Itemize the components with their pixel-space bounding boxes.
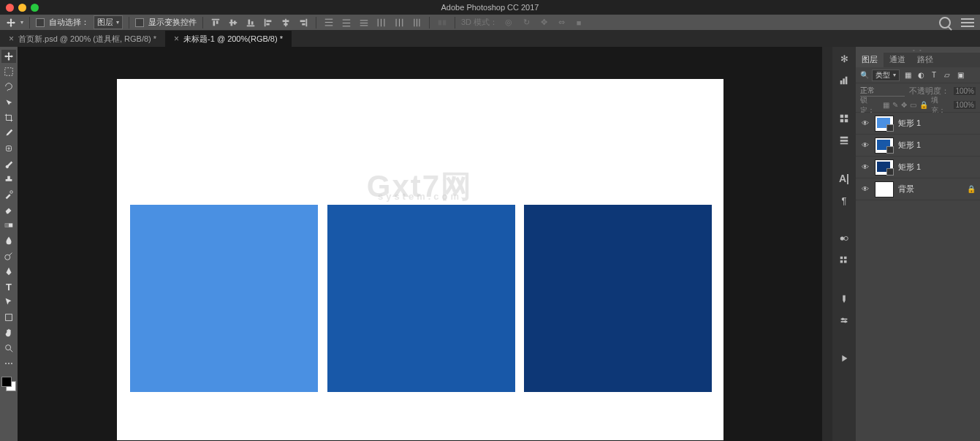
document-tab-0[interactable]: × 首页新.psd @ 200% (道具框, RGB/8) * bbox=[0, 31, 165, 47]
vertical-scrollbar[interactable] bbox=[822, 47, 832, 441]
brush-tool[interactable] bbox=[1, 157, 16, 170]
align-hcenter-button[interactable] bbox=[279, 16, 292, 29]
3d-zoom-button[interactable]: ■ bbox=[572, 16, 585, 29]
healing-tool[interactable] bbox=[1, 142, 16, 155]
visibility-toggle[interactable]: 👁 bbox=[860, 140, 870, 151]
filter-type-dropdown[interactable]: 类型 ▾ bbox=[872, 69, 900, 81]
lasso-tool[interactable] bbox=[1, 80, 16, 94]
layer-row[interactable]: 👁 背景 🔒 bbox=[856, 178, 980, 200]
3d-orbit-button[interactable]: ◎ bbox=[502, 16, 515, 29]
canvas-area[interactable]: Gxt7网 system.com bbox=[18, 47, 822, 441]
align-left-button[interactable] bbox=[262, 16, 275, 29]
lock-artboard-icon[interactable]: ▭ bbox=[910, 101, 916, 109]
layer-name[interactable]: 矩形 1 bbox=[898, 140, 921, 151]
fill-value[interactable]: 100% bbox=[954, 101, 976, 109]
auto-align-button[interactable] bbox=[436, 16, 449, 29]
brush-settings-panel-icon[interactable] bbox=[837, 313, 851, 328]
distribute-vcenter-button[interactable] bbox=[340, 16, 353, 29]
gradient-tool[interactable] bbox=[1, 219, 16, 232]
pen-tool[interactable] bbox=[1, 265, 16, 278]
lock-transparent-icon[interactable]: ▦ bbox=[883, 101, 889, 109]
search-button[interactable] bbox=[939, 17, 951, 29]
zoom-tool[interactable] bbox=[1, 342, 16, 355]
brushes-panel-icon[interactable] bbox=[837, 291, 851, 306]
edit-toolbar-button[interactable]: ⋯ bbox=[1, 357, 16, 370]
layer-thumbnail[interactable] bbox=[875, 137, 894, 154]
distribute-bottom-button[interactable] bbox=[357, 16, 371, 29]
align-top-button[interactable] bbox=[209, 16, 222, 29]
styles-panel-icon[interactable] bbox=[837, 133, 851, 148]
3d-panel-icon[interactable] bbox=[837, 231, 851, 246]
stamp-tool[interactable] bbox=[1, 173, 16, 186]
layer-name[interactable]: 矩形 1 bbox=[898, 162, 921, 173]
layer-thumbnail[interactable] bbox=[875, 159, 894, 176]
3d-slide-button[interactable]: ⇔ bbox=[555, 16, 568, 29]
layer-name[interactable]: 矩形 1 bbox=[898, 118, 921, 129]
shape-tool[interactable] bbox=[1, 311, 16, 324]
visibility-toggle[interactable]: 👁 bbox=[860, 118, 870, 129]
distribute-hcenter-button[interactable] bbox=[392, 16, 406, 29]
opacity-value[interactable]: 100% bbox=[954, 87, 976, 95]
filter-smart-icon[interactable]: ▣ bbox=[955, 70, 965, 80]
color-swatches[interactable] bbox=[1, 377, 16, 391]
distribute-left-button[interactable] bbox=[375, 16, 388, 29]
lock-position-icon[interactable]: ✥ bbox=[901, 101, 907, 109]
properties-panel-icon[interactable] bbox=[837, 253, 851, 268]
align-bottom-button[interactable] bbox=[244, 16, 257, 29]
tab-channels[interactable]: 通道 bbox=[884, 53, 911, 67]
move-tool[interactable] bbox=[1, 50, 16, 63]
canvas-rect-3[interactable] bbox=[524, 205, 712, 392]
distribute-top-button[interactable] bbox=[322, 16, 335, 29]
color-panel-icon[interactable]: ✻ bbox=[837, 51, 851, 66]
layer-thumbnail[interactable] bbox=[875, 181, 894, 197]
crop-tool[interactable] bbox=[1, 111, 16, 124]
canvas-rect-1[interactable] bbox=[130, 205, 318, 392]
tab-paths[interactable]: 路径 bbox=[911, 53, 939, 67]
auto-select-target-dropdown[interactable]: 图层 ▾ bbox=[94, 15, 123, 29]
maximize-window-button[interactable] bbox=[31, 4, 39, 12]
eyedropper-tool[interactable] bbox=[1, 127, 16, 140]
blur-tool[interactable] bbox=[1, 234, 16, 247]
layer-row[interactable]: 👁 矩形 1 bbox=[856, 135, 980, 157]
lock-paint-icon[interactable]: ✎ bbox=[892, 101, 898, 109]
lock-all-icon[interactable]: 🔒 bbox=[919, 101, 928, 109]
filter-type-icon[interactable]: T bbox=[929, 70, 939, 80]
quick-select-tool[interactable] bbox=[1, 96, 16, 109]
tab-layers[interactable]: 图层 bbox=[856, 53, 884, 67]
visibility-toggle[interactable]: 👁 bbox=[860, 184, 870, 195]
character-panel-icon[interactable]: A| bbox=[837, 171, 851, 186]
path-select-tool[interactable] bbox=[1, 295, 16, 309]
move-tool-chevron-icon[interactable]: ▾ bbox=[20, 19, 23, 26]
auto-select-checkbox[interactable] bbox=[36, 18, 45, 27]
align-right-button[interactable] bbox=[297, 16, 310, 29]
canvas-rect-2[interactable] bbox=[327, 205, 515, 392]
foreground-color-swatch[interactable] bbox=[1, 377, 12, 387]
play-panel-icon[interactable] bbox=[837, 351, 851, 366]
workspace-menu-button[interactable] bbox=[961, 18, 974, 27]
show-transform-checkbox[interactable] bbox=[135, 18, 144, 27]
3d-roll-button[interactable]: ↻ bbox=[520, 16, 533, 29]
filter-search-icon[interactable]: 🔍 bbox=[860, 71, 869, 79]
close-tab-icon[interactable]: × bbox=[9, 34, 14, 44]
eraser-tool[interactable] bbox=[1, 203, 16, 216]
layer-thumbnail[interactable] bbox=[875, 116, 894, 132]
history-brush-tool[interactable] bbox=[1, 188, 16, 201]
marquee-tool[interactable] bbox=[1, 65, 16, 78]
filter-shape-icon[interactable]: ▱ bbox=[942, 70, 952, 80]
hand-tool[interactable] bbox=[1, 326, 16, 339]
document-tab-1[interactable]: × 未标题-1 @ 200%(RGB/8) * bbox=[165, 31, 292, 47]
type-tool[interactable]: T bbox=[1, 280, 16, 293]
minimize-window-button[interactable] bbox=[18, 4, 26, 12]
close-window-button[interactable] bbox=[6, 4, 14, 12]
close-tab-icon[interactable]: × bbox=[174, 34, 179, 44]
align-vcenter-button[interactable] bbox=[227, 16, 240, 29]
layer-name[interactable]: 背景 bbox=[898, 184, 914, 195]
canvas[interactable] bbox=[117, 79, 723, 440]
adjustments-panel-icon[interactable] bbox=[837, 111, 851, 126]
filter-pixel-icon[interactable]: ▦ bbox=[903, 70, 913, 80]
paragraph-panel-icon[interactable]: ¶ bbox=[837, 193, 851, 208]
layer-row[interactable]: 👁 矩形 1 bbox=[856, 113, 980, 135]
dodge-tool[interactable] bbox=[1, 249, 16, 263]
3d-pan-button[interactable]: ✥ bbox=[537, 16, 550, 29]
distribute-right-button[interactable] bbox=[410, 16, 423, 29]
